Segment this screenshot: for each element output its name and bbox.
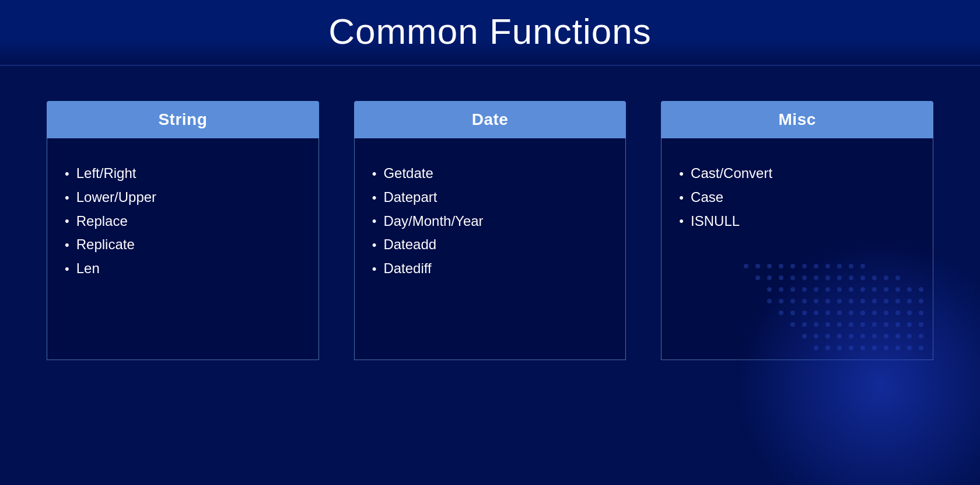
svg-point-38 <box>884 310 888 315</box>
svg-point-4 <box>802 287 807 292</box>
date-column-body: Getdate Datepart Day/Month/Year Dateadd … <box>354 138 626 360</box>
svg-point-1 <box>767 287 772 292</box>
list-item: Lower/Upper <box>65 186 301 210</box>
svg-point-6 <box>825 287 830 292</box>
svg-point-61 <box>884 334 888 339</box>
date-column-header: Date <box>354 101 626 138</box>
svg-point-39 <box>895 310 900 315</box>
svg-point-89 <box>755 264 760 268</box>
svg-point-81 <box>825 275 830 280</box>
svg-point-51 <box>895 322 900 327</box>
svg-point-83 <box>849 275 853 280</box>
date-column: Date Getdate Datepart Day/Month/Year Dat… <box>354 101 626 360</box>
svg-point-47 <box>849 322 853 327</box>
svg-point-50 <box>884 322 888 327</box>
svg-point-31 <box>802 310 807 315</box>
svg-point-14 <box>919 287 923 292</box>
svg-point-85 <box>872 275 877 280</box>
svg-point-67 <box>837 346 842 350</box>
list-item: Replicate <box>65 233 301 257</box>
svg-point-82 <box>837 275 842 280</box>
svg-point-93 <box>802 264 807 268</box>
misc-column-body: Cast/Convert Case ISNULL <box>661 138 933 360</box>
string-column-title: String <box>158 110 207 128</box>
svg-point-40 <box>907 310 912 315</box>
svg-point-55 <box>814 334 818 339</box>
svg-point-21 <box>837 299 842 303</box>
svg-point-79 <box>802 275 807 280</box>
svg-point-20 <box>825 299 830 303</box>
svg-point-23 <box>860 299 865 303</box>
svg-point-28 <box>919 299 923 303</box>
svg-point-76 <box>767 275 772 280</box>
svg-point-27 <box>907 299 912 303</box>
slide-page: Common Functions String Left/Right Lower… <box>0 0 980 485</box>
svg-point-91 <box>779 264 783 268</box>
misc-column: Misc Cast/Convert Case ISNULL <box>661 101 933 360</box>
svg-point-48 <box>860 322 865 327</box>
svg-point-46 <box>837 322 842 327</box>
svg-point-57 <box>837 334 842 339</box>
svg-point-62 <box>895 334 900 339</box>
date-list: Getdate Datepart Day/Month/Year Dateadd … <box>372 162 608 281</box>
svg-point-75 <box>755 275 760 280</box>
list-item: Getdate <box>372 162 608 186</box>
svg-point-10 <box>872 287 877 292</box>
page-title: Common Functions <box>0 11 980 52</box>
svg-point-7 <box>837 287 842 292</box>
svg-point-2 <box>779 287 783 292</box>
svg-point-12 <box>895 287 900 292</box>
svg-point-17 <box>790 299 795 303</box>
svg-point-80 <box>814 275 818 280</box>
svg-point-45 <box>825 322 830 327</box>
svg-point-16 <box>779 299 783 303</box>
svg-point-96 <box>837 264 842 268</box>
list-item: Replace <box>65 210 301 233</box>
svg-point-37 <box>872 310 877 315</box>
svg-point-66 <box>825 346 830 350</box>
svg-point-3 <box>790 287 795 292</box>
svg-point-95 <box>825 264 830 268</box>
svg-point-22 <box>849 299 853 303</box>
list-item: Len <box>65 257 301 281</box>
svg-point-86 <box>884 275 888 280</box>
svg-point-77 <box>779 275 783 280</box>
svg-point-33 <box>825 310 830 315</box>
svg-point-88 <box>744 264 748 268</box>
misc-column-header: Misc <box>661 101 933 138</box>
svg-point-70 <box>872 346 877 350</box>
string-column-header: String <box>47 101 319 138</box>
misc-column-title: Misc <box>779 110 816 128</box>
svg-point-63 <box>907 334 912 339</box>
svg-point-5 <box>814 287 818 292</box>
svg-point-90 <box>767 264 772 268</box>
svg-point-84 <box>860 275 865 280</box>
svg-point-49 <box>872 322 877 327</box>
svg-point-78 <box>790 275 795 280</box>
svg-point-32 <box>814 310 818 315</box>
svg-point-60 <box>872 334 877 339</box>
svg-point-69 <box>860 346 865 350</box>
svg-point-52 <box>907 322 912 327</box>
svg-point-19 <box>814 299 818 303</box>
svg-point-58 <box>849 334 853 339</box>
svg-point-11 <box>884 287 888 292</box>
svg-point-36 <box>860 310 865 315</box>
header-banner: Common Functions <box>0 0 980 66</box>
svg-point-13 <box>907 287 912 292</box>
svg-point-98 <box>860 264 865 268</box>
svg-point-65 <box>814 346 818 350</box>
svg-point-68 <box>849 346 853 350</box>
list-item: Left/Right <box>65 162 301 186</box>
svg-point-92 <box>790 264 795 268</box>
content-area: String Left/Right Lower/Upper Replace Re… <box>0 66 980 485</box>
svg-point-54 <box>802 334 807 339</box>
decoration-dots <box>723 173 933 360</box>
svg-point-87 <box>895 275 900 280</box>
svg-point-15 <box>767 299 772 303</box>
svg-point-30 <box>790 310 795 315</box>
list-item: Dateadd <box>372 233 608 257</box>
svg-point-26 <box>895 299 900 303</box>
list-item: Datepart <box>372 186 608 210</box>
svg-point-59 <box>860 334 865 339</box>
